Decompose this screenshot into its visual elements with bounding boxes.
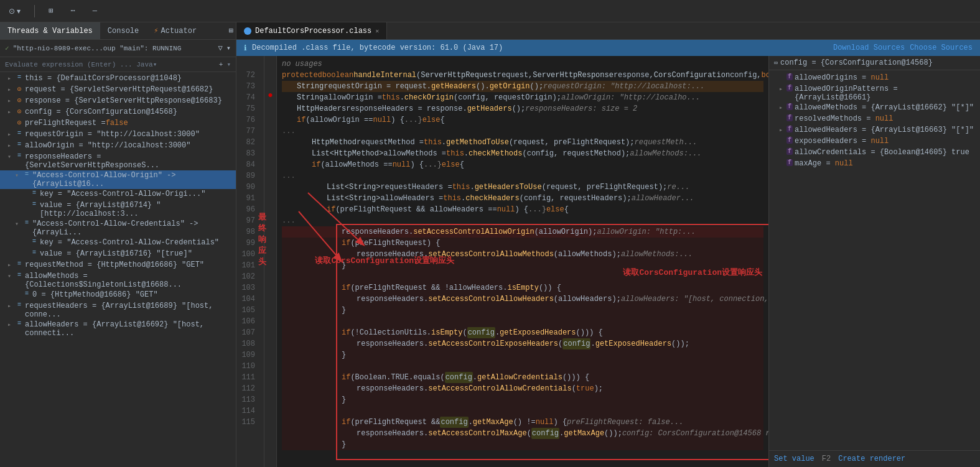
eval-placeholder[interactable]: Evaluate expression (Enter) ... Java▾ bbox=[5, 60, 157, 68]
var-config[interactable]: ◎ config = {CorsConfiguration@14568} bbox=[0, 107, 236, 118]
dropdown-arrow[interactable]: ▾ bbox=[226, 44, 231, 53]
download-sources-btn[interactable]: Download Sources bbox=[833, 44, 905, 52]
code-line-105: if (!CollectionUtils. isEmpty ( config .… bbox=[282, 327, 763, 338]
arrow-request[interactable] bbox=[7, 86, 15, 93]
info-icon: ℹ bbox=[244, 44, 247, 53]
field-icon-ma: f bbox=[786, 159, 793, 166]
code-line-101: if (preFlightRequest && !allowHeaders. i… bbox=[282, 282, 763, 294]
field-icon-ah: f bbox=[786, 126, 793, 132]
thread-name[interactable]: "http-nio-8989-exec...oup "main": RUNNIN… bbox=[13, 45, 182, 52]
var-requestheaders[interactable]: = requestHeaders = {ArrayList@16689} "[h… bbox=[0, 301, 236, 320]
icon-this: = bbox=[15, 74, 24, 81]
code-line-97: if (preFlightRequest) { bbox=[282, 238, 763, 249]
icon-requestheaders: = bbox=[15, 302, 24, 308]
var-acac-value[interactable]: = value = {ArrayList@16716} "[true]" bbox=[0, 249, 236, 260]
var-allowmethods[interactable]: = allowMethods = {Collections$SingletonL… bbox=[0, 271, 236, 290]
field-icon-eh: f bbox=[786, 137, 793, 144]
toolbar-minimize-btn[interactable]: ─ bbox=[89, 6, 101, 17]
anno-max-age[interactable]: f maxAge = null bbox=[769, 159, 980, 170]
icon-acac-key: = bbox=[30, 238, 39, 245]
anno-allowed-headers[interactable]: f allowedHeaders = {ArrayList@16663} "[*… bbox=[769, 125, 980, 136]
create-renderer-btn[interactable]: Create renderer bbox=[838, 455, 905, 463]
anno-allowed-methods[interactable]: f allowedMethods = {ArrayList@16662} "[*… bbox=[769, 103, 980, 114]
layout-icon[interactable]: ⊞ bbox=[229, 26, 233, 35]
arrow-allowmethods[interactable] bbox=[7, 272, 15, 280]
thread-checkmark: ✓ bbox=[5, 44, 9, 52]
left-panel: Threads & Variables Console ⚡ Actuator ⊞… bbox=[0, 22, 236, 467]
anno-allowed-origins[interactable]: f allowedOrigins = null bbox=[769, 73, 980, 84]
code-line-99: } bbox=[282, 260, 763, 271]
var-this[interactable]: = this = {DefaultCorsProcessor@11048} bbox=[0, 73, 236, 85]
arrow-ah[interactable] bbox=[779, 126, 786, 134]
choose-sources-btn[interactable]: Choose Sources bbox=[910, 44, 973, 52]
field-icon-aop: f bbox=[786, 85, 793, 91]
toolbar-settings-btn[interactable]: ⊙ ▾ bbox=[5, 6, 24, 17]
toolbar-dots-btn[interactable]: ⋯ bbox=[67, 5, 79, 17]
var-requestmethod[interactable]: = requestMethod = {HttpMethod@16686} "GE… bbox=[0, 260, 236, 271]
arrow-alloworigin[interactable] bbox=[7, 142, 15, 149]
code-line-115: } bbox=[282, 439, 763, 450]
field-icon-am: f bbox=[786, 103, 793, 110]
info-bar: ℹ Decompiled .class file, bytecode versi… bbox=[236, 40, 980, 56]
icon-alloworigin: = bbox=[15, 141, 24, 148]
arrow-acac[interactable] bbox=[15, 220, 22, 228]
var-request[interactable]: ◎ request = {ServletServerHttpRequest@16… bbox=[0, 85, 236, 96]
annotations-tree[interactable]: f allowedOrigins = null f allowedOriginP… bbox=[769, 70, 980, 450]
code-line-83: List<HttpMethod> allowMethods = this . c… bbox=[282, 148, 763, 159]
code-line-gap2: ... bbox=[282, 170, 763, 182]
icon-acao-value: = bbox=[30, 201, 39, 208]
tab-console[interactable]: Console bbox=[100, 22, 146, 39]
arrow-allowheaders[interactable] bbox=[7, 321, 15, 328]
arrow-config[interactable] bbox=[7, 108, 15, 116]
code-line-gap3: ... bbox=[282, 215, 763, 226]
var-access-control-allow-credentials[interactable]: = "Access-Control-Allow-Credentials" -> … bbox=[0, 219, 236, 238]
arrow-am[interactable] bbox=[779, 104, 786, 111]
tab-close-btn[interactable]: ✕ bbox=[375, 27, 379, 35]
var-acac-key[interactable]: = key = "Access-Control-Allow-Credential… bbox=[0, 238, 236, 249]
add-watch-btn[interactable]: + bbox=[219, 61, 223, 68]
var-requestorigin[interactable]: = requestOrigin = "http://localhost:3000… bbox=[0, 129, 236, 141]
anno-resolved-methods[interactable]: f resolvedMethods = null bbox=[769, 114, 980, 125]
toolbar-separator bbox=[34, 5, 35, 17]
arrow-aop[interactable] bbox=[779, 85, 786, 93]
arrow-responseheaders[interactable] bbox=[7, 153, 15, 160]
code-line-77: if (allowOrigin == null ) { ...} else { bbox=[282, 114, 763, 126]
arrow-requestorigin[interactable] bbox=[7, 131, 15, 138]
arrow-this[interactable] bbox=[7, 75, 15, 82]
code-line-104 bbox=[282, 316, 763, 327]
var-preflightrequest[interactable]: ◎ preFlightRequest = false bbox=[0, 118, 236, 129]
var-acao-value[interactable]: = value = {ArrayList@16714} "[http://loc… bbox=[0, 200, 236, 219]
var-allowmethods-0[interactable]: = 0 = {HttpMethod@16686} "GET" bbox=[0, 290, 236, 301]
arrow-requestmethod[interactable] bbox=[7, 261, 15, 269]
anno-allow-credentials[interactable]: f allowCredentials = {Boolean@14605} tru… bbox=[769, 147, 980, 159]
editor-tabs: DefaultCorsProcessor.class ✕ bbox=[236, 22, 980, 40]
main-content: Threads & Variables Console ⚡ Actuator ⊞… bbox=[0, 22, 980, 467]
toolbar-layout-btn[interactable]: ⊞ bbox=[45, 5, 57, 17]
var-alloworigin[interactable]: = allowOrigin = "http://localhost:3000" bbox=[0, 141, 236, 152]
code-line-82: HttpMethod requestMethod = this . getMet… bbox=[282, 137, 763, 148]
code-line-91: if (preFlightRequest && allowHeaders == … bbox=[282, 204, 763, 215]
code-line-111: } bbox=[282, 394, 763, 405]
code-line-109: if (Boolean.TRUE.equals( config . getAll… bbox=[282, 372, 763, 383]
editor-tab-main[interactable]: DefaultCorsProcessor.class ✕ bbox=[236, 22, 387, 39]
var-access-control-allow-origin[interactable]: = "Access-Control-Allow-Origin" -> {Arra… bbox=[0, 170, 236, 189]
var-allowheaders[interactable]: = allowHeaders = {ArrayList@16692} "[hos… bbox=[0, 320, 236, 338]
code-content[interactable]: 最终响应头 读取CorsConfiguration设置响应头 bbox=[277, 56, 768, 467]
var-response[interactable]: ◎ response = {ServletServerHttpResponse@… bbox=[0, 96, 236, 107]
var-acao-key[interactable]: = key = "Access-Control-Allow-Origi..." bbox=[0, 189, 236, 200]
code-line-110: responseHeaders. setAccessControlAllowCr… bbox=[282, 383, 763, 394]
set-value-btn[interactable]: Set value bbox=[774, 455, 814, 463]
variables-tree[interactable]: = this = {DefaultCorsProcessor@11048} ◎ … bbox=[0, 72, 236, 467]
tab-threads-variables[interactable]: Threads & Variables bbox=[0, 22, 100, 39]
anno-allowed-origin-patterns[interactable]: f allowedOriginPatterns = {ArrayList@166… bbox=[769, 84, 980, 103]
arrow-response[interactable] bbox=[7, 97, 15, 104]
filter-icon[interactable]: ▽ bbox=[218, 44, 223, 53]
tab-actuator[interactable]: ⚡ Actuator bbox=[146, 22, 204, 39]
arrow-requestheaders[interactable] bbox=[7, 302, 15, 310]
code-line-84: if (allowMethods == null ) { ...} else { bbox=[282, 159, 763, 170]
code-line-113: if (preFlightRequest && config . getMaxA… bbox=[282, 417, 763, 428]
eval-dropdown[interactable]: ▾ bbox=[226, 60, 231, 68]
var-responseheaders[interactable]: = responseHeaders = {ServletServerHttpRe… bbox=[0, 152, 236, 170]
anno-exposed-headers[interactable]: f exposedHeaders = null bbox=[769, 136, 980, 147]
arrow-acao[interactable] bbox=[15, 172, 22, 179]
